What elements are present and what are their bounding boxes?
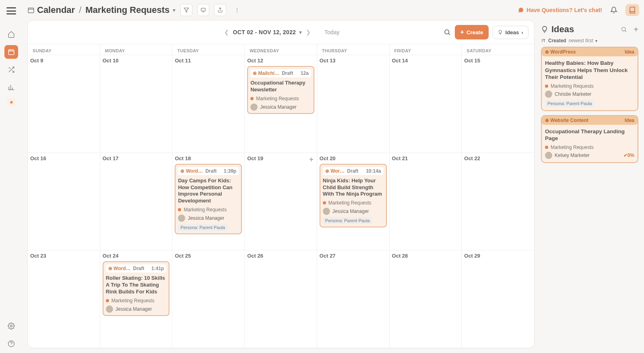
event-project: Marketing Requests: [184, 207, 227, 213]
event-card[interactable]: ⊕ Word…Draft1:39pDay Camps For Kids: How…: [175, 164, 242, 235]
chat-link[interactable]: Have Questions? Let's chat!: [518, 7, 602, 13]
calendar-cell[interactable]: Oct 15: [462, 55, 534, 153]
ideas-button-label: Ideas: [505, 29, 519, 35]
ideas-sort[interactable]: Created newest first ▾: [541, 38, 638, 47]
calendar-cell[interactable]: Oct 18⊕ Word…Draft1:39pDay Camps For Kid…: [172, 153, 245, 250]
calendar-cell[interactable]: Oct 24⊕ Word…Draft1:41pRoller Skating: 1…: [100, 250, 173, 348]
avatar: [106, 306, 113, 313]
event-card[interactable]: ⊕ Word…Draft1:41pRoller Skating: 10 Skil…: [103, 261, 170, 316]
display-button[interactable]: [197, 4, 209, 16]
calendar-cell[interactable]: Oct 17: [100, 153, 173, 250]
calendar-cell[interactable]: Oct 29: [462, 250, 534, 348]
calendar-cell[interactable]: Oct 26: [245, 250, 317, 348]
calendar-cell[interactable]: Oct 20⊕ Wor…Draft10:14aNinja Kids: Help …: [317, 153, 390, 250]
persona-tag: Persona: Parent Paula: [323, 217, 372, 224]
cell-date: Oct 9: [30, 58, 97, 64]
day-header: TUESDAY: [172, 44, 245, 55]
idea-kind: Idea: [625, 118, 634, 123]
notifications-icon[interactable]: [610, 6, 617, 14]
pinned-icon[interactable]: ★: [7, 98, 15, 106]
sort-value: newest first: [569, 38, 593, 43]
breadcrumb-root[interactable]: Calendar: [37, 5, 75, 15]
top-bar: Calendar / Marketing Requests ▾ ⋮ Have Q…: [23, 0, 644, 20]
avatar: [178, 215, 185, 222]
cell-date: Oct 27: [320, 253, 387, 259]
calendar-cell[interactable]: Oct 22: [462, 153, 534, 250]
event-source: ⊕ Wor…: [325, 168, 345, 174]
calendar-icon[interactable]: [4, 45, 18, 59]
calendar-cell[interactable]: Oct 16: [28, 153, 100, 250]
day-header: WEDNESDAY: [245, 44, 317, 55]
breadcrumb-separator: /: [79, 5, 81, 15]
event-source: ⊕ Word…: [180, 168, 203, 174]
menu-toggle[interactable]: [6, 7, 16, 14]
calendar-cell[interactable]: Oct 25: [172, 250, 245, 348]
sort-icon: [541, 38, 546, 43]
idea-source: ⊕ WordPress: [545, 49, 576, 55]
cell-date: Oct 29: [464, 253, 532, 259]
day-header: FRIDAY: [390, 44, 462, 55]
lightbulb-icon: [541, 26, 548, 33]
idea-card[interactable]: ⊕ WordPressIdeaHealthy Babies: How Baby …: [541, 47, 638, 111]
ideas-toggle-button[interactable]: Ideas›: [493, 26, 528, 39]
shuffle-icon[interactable]: [4, 63, 18, 76]
event-card[interactable]: ⊕ Wor…Draft10:14aNinja Kids: Help Your C…: [320, 164, 387, 228]
breadcrumb-sub[interactable]: Marketing Requests: [85, 5, 169, 15]
ideas-search-icon[interactable]: [621, 26, 627, 33]
filter-button[interactable]: [180, 4, 192, 16]
event-time: 10:14a: [366, 168, 381, 174]
day-header: MONDAY: [100, 44, 173, 55]
calendar-cell[interactable]: Oct 9: [28, 55, 100, 153]
chevron-down-icon[interactable]: ▾: [173, 7, 175, 13]
calendar-cell[interactable]: Oct 28: [390, 250, 462, 348]
avatar: [545, 91, 552, 98]
calendar-cell[interactable]: Oct 23: [28, 250, 100, 348]
calendar-cell[interactable]: Oct 14: [390, 55, 462, 153]
help-icon[interactable]: [4, 337, 18, 351]
create-button-label: Create: [466, 29, 483, 35]
profile-button[interactable]: [625, 4, 639, 16]
add-event-button[interactable]: +: [309, 155, 314, 164]
cell-date: Oct 12: [247, 58, 314, 64]
event-title: Day Camps For Kids: How Competition Can …: [178, 178, 239, 205]
idea-card[interactable]: ⊕ Website ContentIdeaOccupational Therap…: [541, 115, 638, 163]
search-icon[interactable]: [444, 29, 451, 36]
ideas-title: Ideas: [551, 24, 574, 35]
calendar-cell[interactable]: Oct 21: [390, 153, 462, 250]
event-project: Marketing Requests: [256, 96, 299, 101]
chat-link-label: Have Questions? Let's chat!: [526, 7, 602, 13]
date-range[interactable]: OCT 02 - NOV 12, 2022: [233, 29, 296, 35]
day-header: SATURDAY: [462, 44, 534, 55]
avatar: [545, 152, 552, 159]
share-button[interactable]: [214, 4, 226, 16]
analytics-icon[interactable]: [4, 81, 18, 94]
cell-date: Oct 10: [103, 58, 170, 64]
cell-date: Oct 22: [464, 155, 532, 161]
event-assignee: Jessica Manager: [188, 215, 224, 221]
home-icon[interactable]: [4, 27, 18, 41]
today-button[interactable]: Today: [324, 29, 339, 35]
range-dropdown-icon[interactable]: ▾: [299, 29, 302, 35]
calendar-cell[interactable]: Oct 11: [172, 55, 245, 153]
calendar-cell[interactable]: Oct 19+: [245, 153, 317, 250]
idea-assignee: Kelsey Marketer: [555, 153, 590, 158]
cell-date: Oct 18: [175, 155, 242, 161]
more-button[interactable]: ⋮: [231, 4, 243, 16]
prev-range-button[interactable]: ❮: [223, 27, 231, 37]
settings-icon[interactable]: [4, 319, 18, 333]
event-project: Marketing Requests: [111, 298, 155, 303]
create-button[interactable]: +Create: [455, 25, 489, 39]
calendar-cell[interactable]: Oct 13: [317, 55, 390, 153]
svg-rect-3: [28, 8, 34, 13]
event-card[interactable]: ⊕ Mailchi…Draft12aOccupational Therapy N…: [247, 66, 314, 114]
cell-date: Oct 11: [175, 58, 242, 64]
add-idea-button[interactable]: +: [634, 25, 638, 34]
cell-date: Oct 17: [103, 155, 170, 161]
cell-date: Oct 28: [392, 253, 459, 259]
next-range-button[interactable]: ❯: [304, 27, 312, 37]
calendar-cell[interactable]: Oct 10: [100, 55, 173, 153]
calendar-cell[interactable]: Oct 12⊕ Mailchi…Draft12aOccupational The…: [245, 55, 317, 153]
avatar: [323, 208, 330, 215]
cell-date: Oct 26: [247, 253, 314, 259]
calendar-cell[interactable]: Oct 27: [317, 250, 390, 348]
